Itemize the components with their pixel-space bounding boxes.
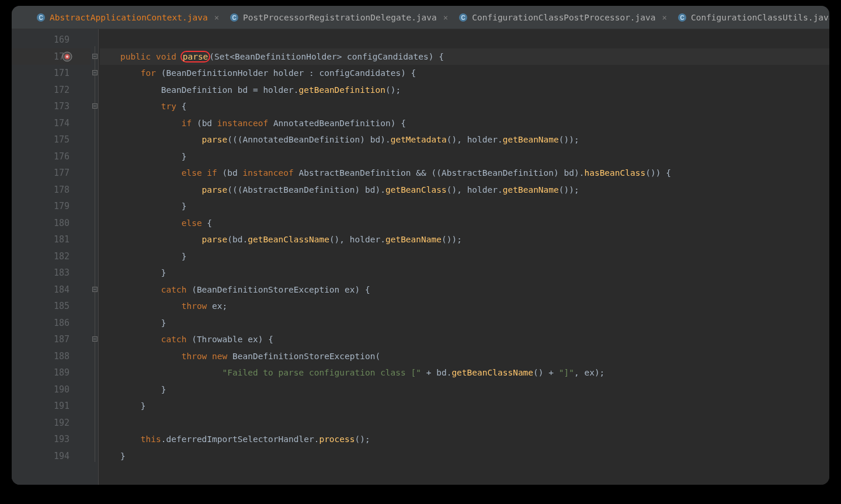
close-icon[interactable]: × bbox=[443, 13, 448, 22]
line-number[interactable]: 174 bbox=[12, 115, 91, 132]
tab-label: ConfigurationClassUtils.java bbox=[691, 13, 829, 22]
line-number[interactable]: 192 bbox=[12, 415, 91, 432]
fold-column[interactable]: −−−−− bbox=[91, 29, 99, 485]
java-class-icon: C bbox=[36, 13, 46, 22]
line-number[interactable]: 181 bbox=[12, 231, 91, 248]
code-line: catch (BeanDefinitionStoreException ex) … bbox=[100, 281, 829, 298]
code-line: } bbox=[100, 448, 829, 465]
line-number[interactable]: 188 bbox=[12, 348, 91, 365]
code-line: catch (Throwable ex) { bbox=[100, 331, 829, 348]
java-class-icon: C bbox=[677, 13, 687, 22]
code-line: throw new BeanDefinitionStoreException( bbox=[100, 348, 829, 365]
annotation-highlight: parse bbox=[180, 51, 211, 62]
line-number[interactable]: 177 bbox=[12, 165, 91, 182]
code-line: if (bd instanceof AnnotatedBeanDefinitio… bbox=[100, 115, 829, 132]
code-line: this.deferredImportSelectorHandler.proce… bbox=[100, 431, 829, 448]
line-number[interactable]: 178 bbox=[12, 182, 91, 199]
code-line: } bbox=[100, 198, 829, 215]
code-line: parse(((AnnotatedBeanDefinition) bd).get… bbox=[100, 131, 829, 148]
line-number[interactable]: 193 bbox=[12, 431, 91, 448]
code-line: "Failed to parse configuration class [" … bbox=[100, 364, 829, 381]
line-number[interactable]: 194 bbox=[12, 448, 91, 465]
code-line: } bbox=[100, 315, 829, 332]
svg-text:C: C bbox=[461, 15, 465, 21]
code-line: BeanDefinition bd = holder.getBeanDefini… bbox=[100, 82, 829, 99]
line-number[interactable]: 176 bbox=[12, 148, 91, 165]
code-line: } bbox=[100, 381, 829, 398]
line-number[interactable]: 189 bbox=[12, 364, 91, 381]
java-class-icon: C bbox=[458, 13, 468, 22]
code-line: parse(bd.getBeanClassName(), holder.getB… bbox=[100, 231, 829, 248]
fold-toggle-icon[interactable]: − bbox=[92, 54, 98, 59]
line-number[interactable]: 169 bbox=[12, 32, 91, 48]
close-icon[interactable]: × bbox=[662, 13, 667, 22]
line-number[interactable]: 183 bbox=[12, 265, 91, 281]
tab-abstract-application-context[interactable]: C AbstractApplicationContext.java × bbox=[32, 6, 225, 29]
line-number[interactable]: 190 bbox=[12, 381, 91, 398]
breakpoint-icon[interactable] bbox=[62, 51, 72, 61]
tab-label: AbstractApplicationContext.java bbox=[50, 13, 208, 22]
code-content[interactable]: public void parse(Set<BeanDefinitionHold… bbox=[99, 29, 829, 485]
line-number[interactable]: 184 bbox=[12, 281, 91, 298]
line-number[interactable]: 171 bbox=[12, 65, 91, 82]
fold-toggle-icon[interactable]: − bbox=[92, 103, 98, 109]
tab-label: ConfigurationClassPostProcessor.java bbox=[472, 13, 655, 22]
svg-text:C: C bbox=[39, 15, 43, 21]
code-line: else if (bd instanceof AbstractBeanDefin… bbox=[100, 165, 829, 182]
code-line: public void parse(Set<BeanDefinitionHold… bbox=[100, 48, 829, 65]
code-line: try { bbox=[100, 98, 829, 115]
tab-label: PostProcessorRegistrationDelegate.java bbox=[243, 13, 437, 22]
line-number[interactable]: 180 bbox=[12, 215, 91, 232]
line-number[interactable]: 187 bbox=[12, 331, 91, 348]
code-line bbox=[100, 415, 829, 432]
svg-text:C: C bbox=[680, 15, 684, 21]
line-number[interactable]: 185 bbox=[12, 298, 91, 315]
code-line: } bbox=[100, 248, 829, 265]
tab-bar: C AbstractApplicationContext.java × C Po… bbox=[12, 6, 829, 29]
fold-toggle-icon[interactable]: − bbox=[92, 70, 98, 75]
line-number-gutter[interactable]: 1691701711721731741751761771781791801811… bbox=[12, 29, 91, 485]
code-line: else { bbox=[100, 215, 829, 232]
line-number[interactable]: 175 bbox=[12, 131, 91, 148]
tab-configuration-class-post-processor[interactable]: C ConfigurationClassPostProcessor.java × bbox=[454, 6, 673, 29]
code-line: } bbox=[100, 398, 829, 415]
editor-window: C AbstractApplicationContext.java × C Po… bbox=[12, 6, 829, 485]
line-number[interactable]: 182 bbox=[12, 248, 91, 265]
close-icon[interactable]: × bbox=[214, 13, 219, 22]
line-number[interactable]: 179 bbox=[12, 198, 91, 215]
svg-point-12 bbox=[66, 55, 68, 58]
code-line: parse(((AbstractBeanDefinition) bd).getB… bbox=[100, 182, 829, 199]
line-number[interactable]: 191 bbox=[12, 398, 91, 415]
code-line: throw ex; bbox=[100, 298, 829, 315]
line-number[interactable]: 173 bbox=[12, 98, 91, 115]
code-line: } bbox=[100, 265, 829, 281]
line-number[interactable]: 186 bbox=[12, 315, 91, 332]
line-number[interactable]: 170 bbox=[12, 48, 91, 65]
java-class-icon: C bbox=[230, 13, 239, 22]
editor-area[interactable]: 1691701711721731741751761771781791801811… bbox=[12, 29, 829, 485]
fold-toggle-icon[interactable]: − bbox=[92, 287, 98, 292]
tab-configuration-class-utils[interactable]: C ConfigurationClassUtils.java × bbox=[673, 6, 829, 29]
fold-toggle-icon[interactable]: − bbox=[92, 336, 98, 342]
svg-text:C: C bbox=[232, 15, 236, 21]
code-line: for (BeanDefinitionHolder holder : confi… bbox=[100, 65, 829, 82]
code-line bbox=[100, 32, 829, 48]
line-number[interactable]: 172 bbox=[12, 82, 91, 99]
code-line: } bbox=[100, 148, 829, 165]
tab-post-processor-registration-delegate[interactable]: C PostProcessorRegistrationDelegate.java… bbox=[225, 6, 454, 29]
